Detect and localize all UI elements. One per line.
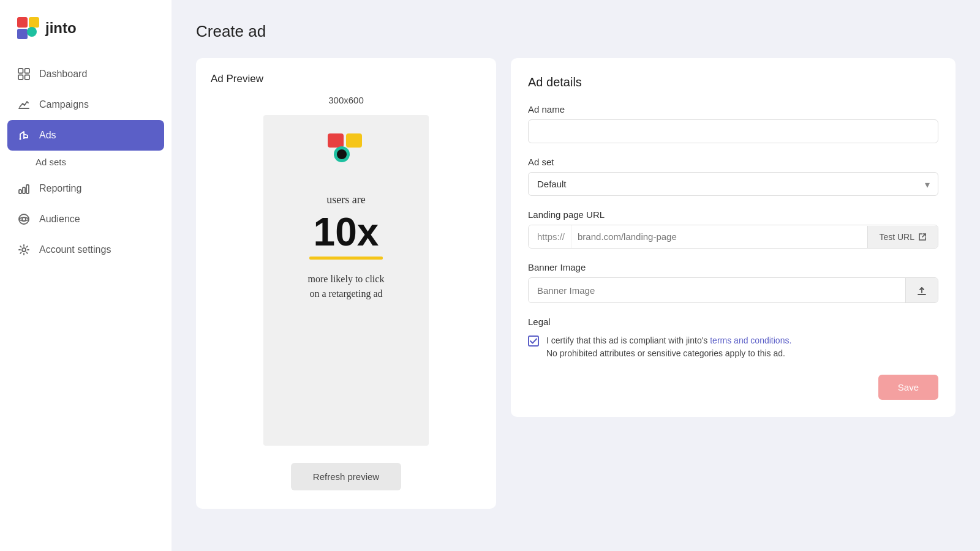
test-url-button[interactable]: Test URL [867,226,938,248]
url-input[interactable] [571,225,867,248]
landing-page-field-group: Landing page URL https:// Test URL [528,209,938,249]
svg-point-18 [337,149,347,159]
banner-image-field-group: Banner Image [528,262,938,303]
banner-logo-icon [328,133,364,164]
sidebar-item-adsets-label: Ad sets [36,157,66,167]
legal-section: Legal I certify that this ad is complian… [528,317,938,360]
reporting-icon [17,182,31,195]
svg-point-8 [20,138,21,140]
sidebar-item-campaigns[interactable]: Campaigns [0,89,172,120]
svg-rect-2 [17,29,28,39]
ad-preview-panel: Ad Preview 300x600 users are 10x more li… [196,58,496,509]
banner-image-label: Banner Image [528,262,938,272]
ad-preview-title: Ad Preview [211,73,263,85]
sidebar-item-campaigns-label: Campaigns [39,99,89,110]
sidebar-item-account-settings[interactable]: Account settings [0,234,172,265]
svg-rect-16 [346,133,362,148]
landing-page-label: Landing page URL [528,209,938,220]
jinto-logo-icon [17,17,39,39]
page-title: Create ad [196,22,956,41]
sidebar-item-audience[interactable]: Audience [0,204,172,234]
external-link-icon [918,233,927,241]
banner-text-10x: 10x [314,212,379,252]
svg-rect-1 [29,17,39,28]
svg-rect-11 [26,185,29,193]
sidebar-item-dashboard-label: Dashboard [39,69,87,80]
ad-set-select-wrapper: Default Custom 1 Custom 2 ▾ [528,172,938,196]
svg-rect-10 [23,187,25,193]
ad-set-field-group: Ad set Default Custom 1 Custom 2 ▾ [528,157,938,196]
legal-text-2: No prohibited attributes or sensitive ca… [546,348,785,358]
svg-rect-4 [18,69,23,73]
sidebar-logo: jinto [0,0,172,59]
ad-name-field-group: Ad name [528,104,938,143]
svg-rect-5 [25,69,30,73]
svg-rect-15 [328,133,344,148]
preview-banner: users are 10x more likely to clickon a r… [263,115,429,446]
main-content: Create ad Ad Preview 300x600 users are 1… [172,0,980,551]
sidebar: jinto Dashboard Campaigns [0,0,172,551]
svg-rect-9 [19,190,21,193]
url-row: https:// Test URL [528,225,938,249]
svg-point-12 [19,214,29,224]
legal-checkbox-row: I certify that this ad is compliant with… [528,334,938,360]
sidebar-item-ads-label: Ads [39,130,56,141]
svg-rect-0 [17,17,28,28]
banner-image-row [528,277,938,303]
ad-details-title: Ad details [528,75,938,89]
svg-rect-6 [18,75,23,80]
save-button[interactable]: Save [878,375,938,400]
sidebar-item-reporting-label: Reporting [39,183,81,194]
campaigns-icon [17,98,31,111]
settings-icon [17,243,31,257]
save-row: Save [528,375,938,400]
ad-details-panel: Ad details Ad name Ad set Default Custom… [511,58,956,417]
sidebar-item-audience-label: Audience [39,214,80,225]
audience-icon [17,212,31,226]
banner-text-more: more likely to clickon a retargeting ad [308,272,385,301]
sidebar-item-ads[interactable]: Ads [7,120,164,151]
ad-set-select[interactable]: Default Custom 1 Custom 2 [528,172,938,196]
svg-point-3 [27,27,37,37]
legal-label: Legal [528,317,938,327]
ad-set-label: Ad set [528,157,938,167]
test-url-label: Test URL [879,232,914,242]
checkmark-icon [530,338,537,344]
grid-icon [17,67,31,81]
sidebar-item-account-settings-label: Account settings [39,244,111,255]
content-row: Ad Preview 300x600 users are 10x more li… [196,58,956,509]
ads-icon [17,129,31,142]
banner-image-input[interactable] [529,279,905,302]
svg-point-14 [22,248,26,252]
upload-icon [916,284,928,296]
sidebar-item-reporting[interactable]: Reporting [0,173,172,204]
legal-text: I certify that this ad is compliant with… [546,334,791,360]
refresh-preview-button[interactable]: Refresh preview [291,463,401,490]
ad-name-input[interactable] [528,119,938,143]
banner-underline [309,257,383,260]
legal-checkbox[interactable] [528,335,539,347]
ad-name-label: Ad name [528,104,938,114]
sidebar-item-dashboard[interactable]: Dashboard [0,59,172,89]
url-prefix: https:// [529,225,571,248]
legal-link[interactable]: terms and conditions. [710,335,791,345]
legal-text-1: I certify that this ad is compliant with… [546,335,710,345]
app-name: jinto [45,20,77,37]
upload-button[interactable] [905,278,938,302]
svg-rect-7 [25,75,30,80]
banner-text-users: users are [326,193,365,206]
sidebar-item-adsets[interactable]: Ad sets [0,151,172,173]
preview-size-label: 300x600 [328,95,364,105]
